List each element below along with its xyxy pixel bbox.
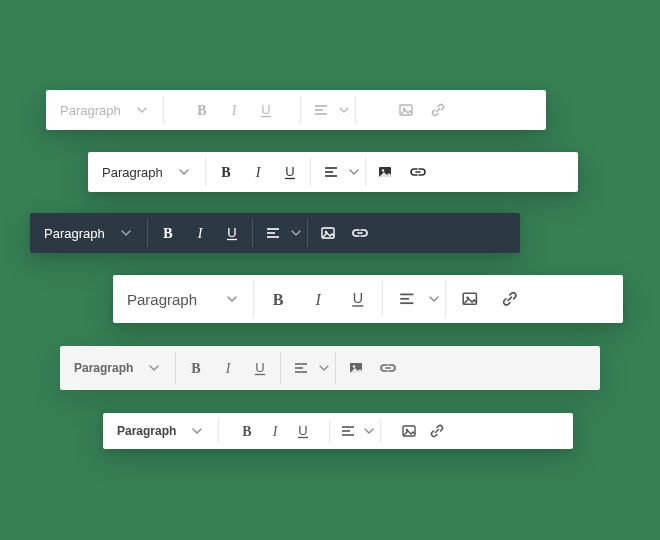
italic-button[interactable] (261, 413, 289, 449)
divider (380, 419, 381, 443)
chevron-down-icon (225, 291, 239, 307)
image-button[interactable] (450, 275, 490, 323)
divider (355, 96, 356, 124)
toolbar-variant-3-dark: Paragraph (30, 213, 520, 253)
bold-button[interactable] (258, 275, 298, 323)
divider (382, 281, 383, 317)
align-button[interactable] (387, 275, 427, 323)
bold-button[interactable] (210, 152, 242, 192)
italic-button[interactable] (242, 152, 274, 192)
divider (335, 352, 336, 384)
divider (147, 219, 148, 247)
underline-button[interactable] (250, 90, 282, 130)
link-button[interactable] (422, 90, 454, 130)
paragraph-select[interactable]: Paragraph (46, 90, 159, 130)
align-button[interactable] (315, 152, 347, 192)
link-button[interactable] (372, 346, 404, 390)
align-button[interactable] (257, 213, 289, 253)
bold-button[interactable] (152, 213, 184, 253)
align-button[interactable] (334, 413, 362, 449)
paragraph-select-label: Paragraph (127, 291, 197, 308)
image-button[interactable] (312, 213, 344, 253)
italic-button[interactable] (218, 90, 250, 130)
divider (218, 419, 219, 443)
paragraph-select-label: Paragraph (102, 165, 163, 180)
bold-button[interactable] (233, 413, 261, 449)
divider (253, 281, 254, 317)
paragraph-select-label: Paragraph (60, 103, 121, 118)
divider (175, 352, 176, 384)
chevron-down-icon (337, 102, 351, 118)
paragraph-select-label: Paragraph (44, 226, 105, 241)
chevron-down-icon (362, 423, 376, 439)
divider (310, 158, 311, 186)
paragraph-select[interactable]: Paragraph (113, 275, 249, 323)
chevron-down-icon (177, 164, 191, 180)
chevron-down-icon (317, 360, 331, 376)
paragraph-select[interactable]: Paragraph (103, 413, 214, 449)
bold-button[interactable] (180, 346, 212, 390)
link-button[interactable] (344, 213, 376, 253)
paragraph-select[interactable]: Paragraph (30, 213, 143, 253)
image-button[interactable] (340, 346, 372, 390)
toolbar-variant-5-gray: Paragraph (60, 346, 600, 390)
paragraph-select-label: Paragraph (74, 361, 133, 375)
align-button[interactable] (285, 346, 317, 390)
divider (300, 96, 301, 124)
chevron-down-icon (135, 102, 149, 118)
align-button[interactable] (305, 90, 337, 130)
chevron-down-icon (190, 423, 204, 439)
image-button[interactable] (395, 413, 423, 449)
link-button[interactable] (423, 413, 451, 449)
underline-button[interactable] (289, 413, 317, 449)
image-button[interactable] (370, 152, 402, 192)
toolbar-variant-2: Paragraph (88, 152, 578, 192)
link-button[interactable] (490, 275, 530, 323)
chevron-down-icon (119, 225, 133, 241)
divider (307, 219, 308, 247)
chevron-down-icon (147, 360, 161, 376)
divider (252, 219, 253, 247)
chevron-down-icon (289, 225, 303, 241)
link-button[interactable] (402, 152, 434, 192)
paragraph-select-label: Paragraph (117, 424, 176, 438)
divider (329, 419, 330, 443)
underline-button[interactable] (216, 213, 248, 253)
italic-button[interactable] (298, 275, 338, 323)
chevron-down-icon (427, 291, 441, 307)
paragraph-select[interactable]: Paragraph (60, 346, 171, 390)
paragraph-select[interactable]: Paragraph (88, 152, 201, 192)
italic-button[interactable] (184, 213, 216, 253)
chevron-down-icon (347, 164, 361, 180)
bold-button[interactable] (186, 90, 218, 130)
toolbar-variant-1: Paragraph (46, 90, 546, 130)
toolbar-variant-4-large: Paragraph (113, 275, 623, 323)
italic-button[interactable] (212, 346, 244, 390)
divider (163, 96, 164, 124)
toolbar-variant-6-compact: Paragraph (103, 413, 573, 449)
underline-button[interactable] (274, 152, 306, 192)
divider (280, 352, 281, 384)
divider (365, 158, 366, 186)
divider (445, 281, 446, 317)
underline-button[interactable] (244, 346, 276, 390)
underline-button[interactable] (338, 275, 378, 323)
divider (205, 158, 206, 186)
image-button[interactable] (390, 90, 422, 130)
